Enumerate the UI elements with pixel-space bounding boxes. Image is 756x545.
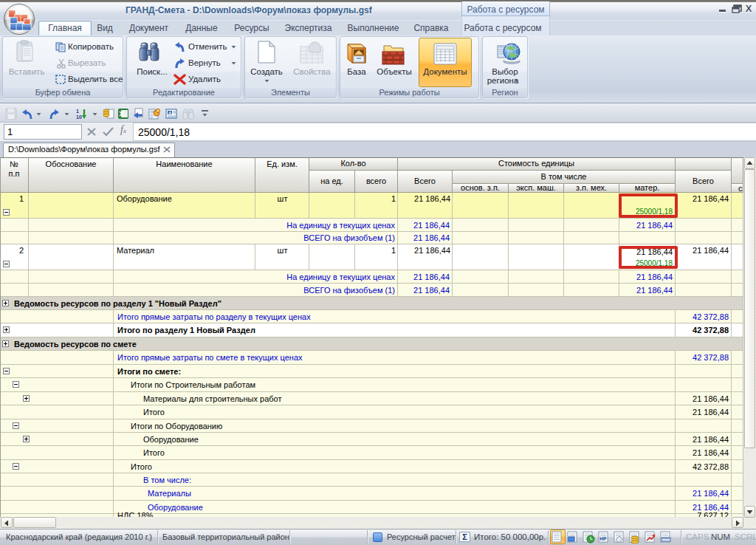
svg-text:НР: НР: [599, 536, 607, 541]
svg-text:10: 10: [76, 114, 82, 120]
svg-text:1: 1: [76, 109, 79, 114]
svg-text:A: A: [168, 111, 172, 115]
